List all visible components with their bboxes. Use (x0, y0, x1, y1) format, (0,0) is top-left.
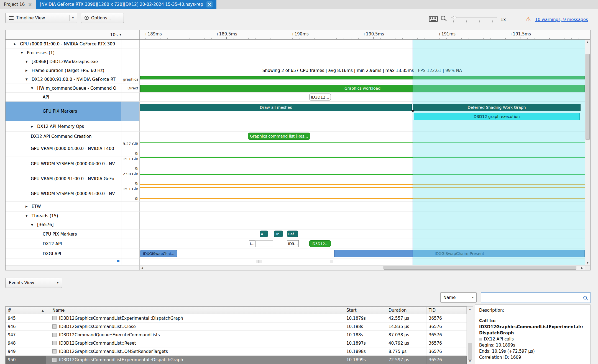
graphics-command-list-box[interactable]: Graphics command list [Res… (248, 133, 310, 140)
options-button[interactable]: Options... (81, 13, 124, 23)
begins-label: Begins: 10.1899s (479, 342, 586, 348)
timeline-lane: Graphics command list [Res… (140, 132, 585, 141)
track-name-cell: GPU VRAM (0000:04:00.0 - NVIDIA T400 (6, 141, 121, 156)
tab-report[interactable]: [NVIDIA GeForce RTX 3090][1280 x 720][DX… (36, 0, 216, 9)
zoom-slider[interactable] (451, 17, 497, 22)
timeline-row-command-creation[interactable]: DX12 API Command Creation Graphics comma… (6, 132, 585, 141)
slider-track[interactable] (451, 17, 497, 18)
timeline-horizontal-scrollbar[interactable]: ◀ ▶ (140, 265, 585, 270)
column-header-num[interactable]: # ▲ (6, 307, 46, 314)
expander-icon[interactable]: ▶ (14, 42, 20, 45)
expander-icon[interactable]: ▼ (31, 87, 37, 90)
timeline-row-partial[interactable] (6, 259, 585, 265)
event-mark[interactable] (330, 260, 333, 263)
event-row-946[interactable]: 946 ID3D12GraphicsCommandList::Close 10.… (6, 322, 467, 331)
close-icon[interactable]: × (206, 1, 213, 7)
scroll-up-icon[interactable]: ▲ (585, 40, 590, 45)
expander-icon[interactable]: ▶ (31, 125, 37, 128)
timeline-row-dxgi-api[interactable]: DXGI API IDXGISwapChai… IDXGISwapChain::… (6, 249, 585, 259)
column-header-duration[interactable]: Duration (386, 307, 426, 314)
timeline-row-command-queue[interactable]: ▼ HW m_commandQueue - Command Q Direct G… (6, 84, 585, 93)
event-row-948[interactable]: 948 ID3D12GraphicsCommandList::Reset 10.… (6, 339, 467, 347)
timeline-row-gpu-vram-t400[interactable]: GPU VRAM (0000:04:00.0 - NVIDIA T400 3.2… (6, 141, 585, 156)
dx12-call-box-1[interactable]: I… (249, 240, 255, 247)
expander-icon[interactable]: ▶ (25, 69, 32, 72)
event-row-950-selected[interactable]: 950 ID3D12GraphicsCommandListExperimenta… (6, 356, 467, 364)
timeline-row-gpu-pix-markers[interactable]: GPU PIX Markers Draw all meshes Deferred… (6, 102, 585, 121)
timeline-row-memory-ops[interactable]: ▶ DX12 API Memory Ops (6, 121, 585, 132)
scroll-down-icon[interactable]: ▼ (467, 359, 473, 364)
scroll-left-icon[interactable]: ◀ (140, 265, 145, 270)
tab-project[interactable]: Project 16 × (0, 0, 36, 9)
graphics-track-bar[interactable] (140, 76, 585, 79)
timeline-row-threads[interactable]: ▼ Threads (15) (6, 211, 585, 220)
track-value-cell (121, 57, 140, 66)
dx12-call-box-group[interactable] (256, 240, 273, 247)
event-mark[interactable] (256, 260, 259, 263)
timeline-row-wddm-sysmem-04[interactable]: GPU WDDM SYSMEM (0000:04:00.0 - NV 15.1 … (6, 156, 585, 171)
cpu-pix-marker-3[interactable]: Def… (287, 231, 298, 237)
timeline-cursor[interactable] (413, 40, 413, 265)
expander-icon[interactable]: ▼ (21, 51, 27, 54)
scroll-up-icon[interactable]: ▲ (467, 307, 473, 312)
timeline-row-etw[interactable]: ▶ ETW (6, 202, 585, 211)
expander-icon[interactable]: ▼ (25, 78, 32, 81)
event-mark[interactable] (259, 260, 262, 263)
event-row-947[interactable]: 947 ID3D12CommandQueue::ExecuteCommandLi… (6, 331, 467, 339)
dx12-call-box-2[interactable]: ID3… (287, 240, 299, 247)
scrollbar-thumb[interactable] (468, 343, 472, 360)
draw-all-meshes-marker[interactable]: Draw all meshes (140, 104, 412, 111)
cpu-pix-marker-2[interactable]: Dr… (274, 231, 283, 237)
slider-ticks (453, 20, 494, 22)
expander-icon[interactable]: ▶ (25, 205, 32, 208)
cpu-pix-marker-1[interactable]: A… (260, 231, 268, 237)
scrollbar-thumb[interactable] (586, 54, 590, 140)
timeline-row-process-30868[interactable]: ▼ [30868] D3D12WorkGraphs.exe (6, 57, 585, 66)
close-icon[interactable]: × (28, 2, 32, 7)
view-selector-dropdown[interactable]: Timeline View ▾ (5, 13, 77, 23)
expander-icon[interactable]: ▼ (25, 60, 32, 63)
timeline-row-wddm-sysmem-91[interactable]: GPU WDDM SYSMEM (0000:91:00.0 - NV 15.1 … (6, 186, 585, 202)
events-vertical-scrollbar[interactable]: ▲ ▼ (467, 306, 473, 364)
timeline-row-frame-duration[interactable]: ▶ Frame duration (Target FPS: 60 Hz) Sho… (6, 66, 585, 75)
timeline-row-dx12-device[interactable]: ▼ DX12 0000:91:00.0 - NVIDIA GeForce RT … (6, 75, 585, 84)
timeline-row-dx12-api[interactable]: DX12 API I… ID3… ID3D12… (6, 239, 585, 249)
timeline-row-thread-36576[interactable]: ▼ [36576] (6, 220, 585, 229)
scroll-down-icon[interactable]: ▼ (585, 260, 590, 265)
zoom-out-icon[interactable] (441, 16, 445, 20)
d3d12-graph-execution-bar[interactable]: D3D12 graph execution (414, 113, 580, 120)
timeline-row-gpu-vram-91[interactable]: GPU VRAM (0000:91:00.0 - NVIDIA GeFo 23.… (6, 171, 585, 186)
search-icon[interactable] (583, 296, 587, 300)
scroll-right-icon[interactable]: ▶ (580, 265, 585, 270)
keyboard-icon[interactable] (429, 16, 438, 22)
timeline-row-gpu-device[interactable]: ▶ GPU (0000:91:00.0 - NVIDIA GeForce RTX… (6, 40, 585, 48)
dxgi-present-bar[interactable]: IDXGISwapChain::Present (334, 250, 585, 257)
dxgi-swapchain-box[interactable]: IDXGISwapChai… (140, 250, 177, 257)
slider-knob[interactable] (453, 16, 456, 19)
timescale-dropdown[interactable]: 10s ▾ (6, 30, 140, 39)
timeline-row-cpu-pix-markers[interactable]: CPU PIX Markers A… Dr… Def… (6, 229, 585, 239)
expander-icon[interactable]: ▼ (25, 214, 32, 217)
timeline-row-processes[interactable]: ▼ Processes (1) (6, 48, 585, 57)
filter-column-dropdown[interactable]: Name ▾ (440, 292, 477, 303)
column-header-tid[interactable]: TID (426, 307, 467, 314)
column-header-start[interactable]: Start (344, 307, 386, 314)
event-row-949[interactable]: 949 ID3D12GraphicsCommandList::OMSetRend… (6, 347, 467, 356)
events-search-box[interactable] (481, 292, 591, 303)
diagnostics-link[interactable]: 10 warnings, 9 messages (535, 17, 588, 22)
dx12-call-box-3[interactable]: ID3D12… (309, 240, 331, 247)
scrollbar-thumb[interactable] (384, 266, 576, 270)
timeline-vertical-scrollbar[interactable]: ▲ ▼ (585, 40, 590, 265)
expander-icon[interactable]: ▼ (31, 223, 37, 226)
timeline-row-api[interactable]: API ID3D12… (6, 93, 585, 102)
api-call-box[interactable]: ID3D12… (309, 94, 331, 100)
search-input[interactable] (483, 293, 583, 303)
event-row-945[interactable]: 945 ID3D12GraphicsCommandListExperimenta… (6, 314, 467, 322)
deferred-shading-marker[interactable]: Deferred Shading Work Graph (413, 104, 581, 111)
events-table: # ▲ Name Start Duration TID 945 ID3D12Gr… (5, 306, 467, 364)
tick-label: +190.5ms (362, 32, 384, 37)
graphics-workload-bar[interactable]: Graphics workload (140, 85, 585, 92)
column-header-name[interactable]: Name (46, 307, 344, 314)
events-view-dropdown[interactable]: Events View ▾ (5, 278, 62, 288)
ruler-track[interactable]: +189ms +189.5ms +190ms +190.5ms +191ms +… (140, 30, 590, 39)
